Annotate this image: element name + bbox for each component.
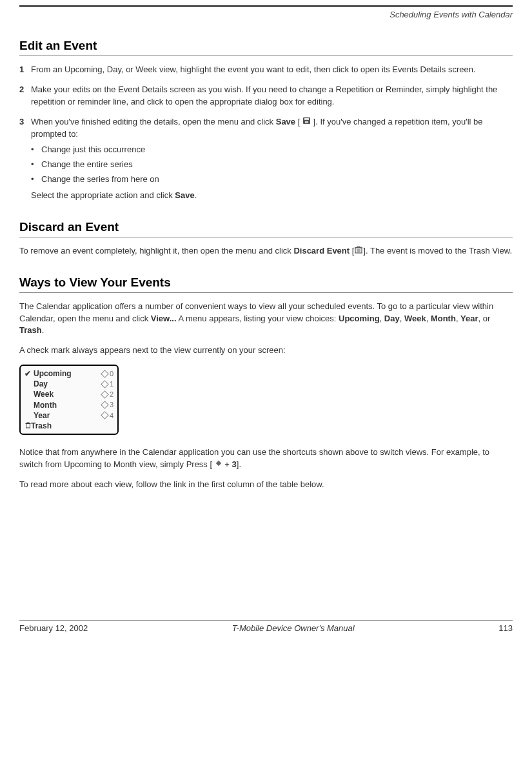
- shortcut: 0: [102, 369, 113, 379]
- svg-rect-12: [215, 461, 221, 466]
- view-menu-screenshot: ✔ Upcoming 0 Day 1 Week 2 Month 3 Year 4…: [19, 365, 119, 435]
- checkmark-icon: ✔: [25, 368, 34, 379]
- discard-a: To remove an event completely, highlight…: [19, 246, 293, 256]
- diamond-icon: [215, 459, 222, 471]
- step-number: 1: [19, 64, 31, 76]
- menu-item-day: Day 1: [25, 379, 113, 389]
- footer-date: February 12, 2002: [19, 623, 88, 633]
- bullet: •: [31, 174, 41, 186]
- footer-page-number: 113: [498, 623, 513, 633]
- step-2: 2 Make your edits on the Event Details s…: [19, 84, 513, 108]
- save-icon: [302, 116, 311, 128]
- running-head: Scheduling Events with Calendar: [19, 10, 513, 19]
- trash-icon: [25, 421, 31, 431]
- diamond-icon: [101, 401, 109, 409]
- discard-d: ]. The event is moved to the Trash View.: [363, 246, 512, 256]
- views-p3: Notice that from anywhere in the Calenda…: [19, 447, 513, 471]
- diamond-icon: [101, 370, 109, 378]
- views-p2: A check mark always appears next to the …: [19, 345, 513, 357]
- step-text: From an Upcoming, Day, or Week view, hig…: [31, 64, 513, 76]
- menu-item-year: Year 4: [25, 410, 113, 421]
- menu-item-week: Week 2: [25, 389, 113, 399]
- views-p4: To read more about each view, follow the…: [19, 479, 513, 491]
- svg-rect-8: [357, 246, 360, 248]
- diamond-icon: [101, 380, 109, 388]
- save-label: Save: [276, 117, 295, 126]
- shortcut: 2: [102, 390, 113, 399]
- menu-item-month: Month 3: [25, 400, 113, 410]
- discard-paragraph: To remove an event completely, highlight…: [19, 245, 513, 257]
- shortcut: 4: [102, 411, 113, 421]
- menu-item-trash: Trash: [25, 421, 113, 431]
- heading-discard-event: Discard an Event: [19, 220, 513, 237]
- diamond-icon: [101, 390, 109, 399]
- svg-rect-9: [26, 424, 30, 428]
- subitem-text: Change the entire series: [41, 159, 133, 171]
- step-3: 3 When you've finished editing the detai…: [19, 116, 513, 202]
- step-number: 2: [19, 84, 31, 108]
- heading-ways-to-view: Ways to View Your Events: [19, 276, 513, 293]
- discard-c: [: [350, 246, 354, 256]
- step-text-pre: When you've finished editing the details…: [31, 117, 276, 126]
- step-text: Make your edits on the Event Details scr…: [31, 84, 513, 108]
- views-p1: The Calendar application offers a number…: [19, 301, 513, 337]
- svg-rect-2: [305, 121, 308, 123]
- trash-icon: [354, 245, 363, 257]
- svg-rect-1: [304, 118, 309, 120]
- footer-title: T-Mobile Device Owner's Manual: [232, 623, 355, 633]
- tail-a: Select the appropriate action and click: [31, 190, 175, 200]
- menu-item-upcoming: ✔ Upcoming 0: [25, 368, 113, 379]
- step-number: 3: [19, 116, 31, 202]
- sublist: •Change just this occurrence •Change the…: [31, 144, 513, 186]
- bullet: •: [31, 144, 41, 156]
- shortcut: 3: [102, 400, 113, 410]
- bracket-open: [: [295, 117, 302, 126]
- view-menu-label: View...: [151, 314, 177, 323]
- tail-c: .: [195, 190, 197, 200]
- discard-event-label: Discard Event: [293, 246, 350, 256]
- heading-edit-event: Edit an Event: [19, 39, 513, 56]
- diamond-icon: [101, 412, 109, 420]
- save-label: Save: [175, 190, 194, 200]
- subitem-text: Change the series from here on: [41, 174, 159, 186]
- page-footer: February 12, 2002 T-Mobile Device Owner'…: [19, 620, 513, 646]
- shortcut: 1: [102, 379, 113, 389]
- subitem-text: Change just this occurrence: [41, 144, 145, 156]
- svg-rect-11: [27, 423, 29, 424]
- bullet: •: [31, 159, 41, 171]
- step-1: 1 From an Upcoming, Day, or Week view, h…: [19, 64, 513, 76]
